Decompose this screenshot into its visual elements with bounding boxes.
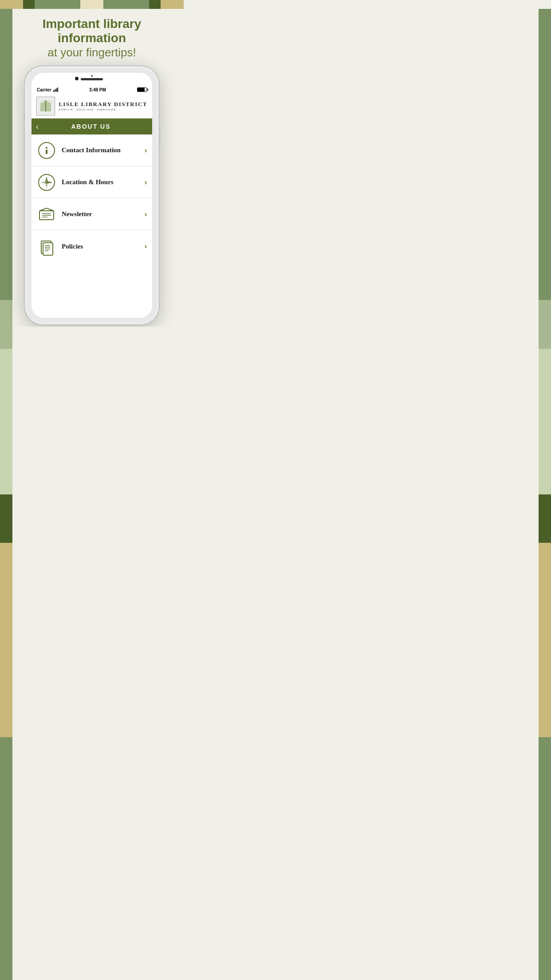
phone-speaker <box>81 78 103 80</box>
info-circle-icon <box>37 141 56 160</box>
newsletter-icon-wrap <box>37 205 56 224</box>
logo-subtitle: ENRICH · EDUCATE · EMPOWER <box>59 108 147 111</box>
logo-text-area: LISLE LIBRARY DISTRICT ENRICH · EDUCATE … <box>59 101 147 111</box>
headline-area: Important library information at your fi… <box>0 9 184 67</box>
headline-line1: Important library information <box>9 17 175 45</box>
status-bar: Carrier 3:49 PM <box>31 85 152 94</box>
app-logo-bar: LISLE LIBRARY DISTRICT ENRICH · EDUCATE … <box>31 94 152 119</box>
menu-item-newsletter[interactable]: Newsletter › <box>31 198 152 230</box>
menu-list: Contact Information › <box>31 134 152 318</box>
menu-item-location[interactable]: Location & Hours › <box>31 166 152 198</box>
location-chevron: › <box>145 178 147 186</box>
wifi-icon <box>53 87 58 92</box>
location-label: Location & Hours <box>62 178 139 186</box>
library-logo-svg <box>38 98 54 114</box>
logo-title: LISLE LIBRARY DISTRICT <box>59 101 147 108</box>
phone-notch <box>31 73 152 85</box>
logo-box <box>36 97 55 115</box>
nav-title: ABOUT US <box>42 123 140 130</box>
policies-icon-wrap <box>37 237 56 256</box>
svg-rect-7 <box>46 150 47 154</box>
carrier-label: Carrier <box>37 87 51 92</box>
contact-icon-wrap <box>37 141 56 160</box>
menu-item-policies[interactable]: Policies › <box>31 230 152 262</box>
battery-icon <box>137 87 147 92</box>
svg-point-6 <box>46 147 47 149</box>
phone-screen: Carrier 3:49 PM <box>31 73 152 318</box>
top-decorative-bar <box>0 0 184 9</box>
newsletter-icon <box>37 205 56 224</box>
policies-chevron: › <box>145 242 147 250</box>
phone-dot <box>91 75 93 77</box>
contact-label: Contact Information <box>62 146 139 154</box>
headline-line2: at your fingertips! <box>9 45 175 60</box>
phone-mockup: Carrier 3:49 PM <box>25 67 158 324</box>
nav-bar: ‹ ABOUT US <box>31 119 152 134</box>
contact-chevron: › <box>145 146 147 154</box>
menu-item-contact[interactable]: Contact Information › <box>31 134 152 166</box>
policies-label: Policies <box>62 243 139 250</box>
newsletter-chevron: › <box>145 210 147 218</box>
battery-fill <box>138 88 145 91</box>
time-label: 3:49 PM <box>89 87 106 92</box>
status-left: Carrier <box>37 87 58 92</box>
compass-icon <box>37 173 56 192</box>
newsletter-label: Newsletter <box>62 210 139 218</box>
document-icon <box>37 237 56 256</box>
location-icon-wrap <box>37 173 56 192</box>
back-button[interactable]: ‹ <box>36 122 39 131</box>
phone-camera <box>75 77 79 80</box>
page: Important library information at your fi… <box>0 0 184 327</box>
